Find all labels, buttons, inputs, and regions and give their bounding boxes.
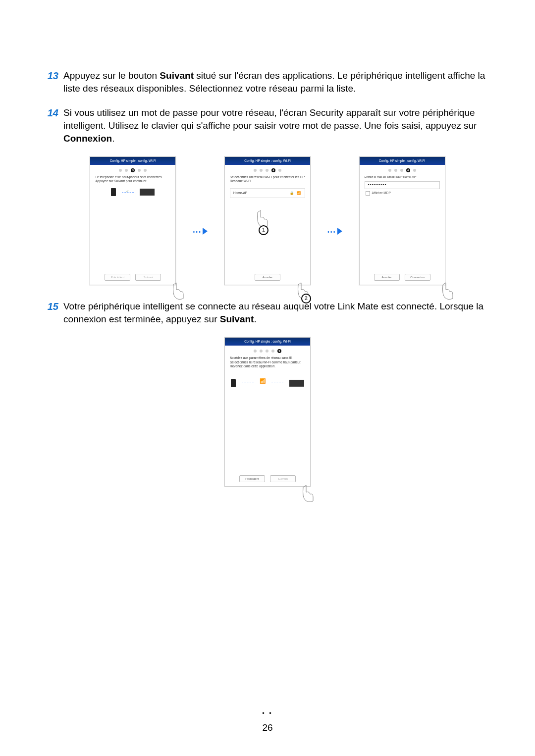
password-input[interactable]: •••••••••• <box>365 181 440 189</box>
password-prompt: Entrez le mot de passe pour 'Home-AP' <box>360 175 445 179</box>
dot-active-icon: 4 <box>406 168 410 172</box>
text: Si vous utilisez un mot de passe pour vo… <box>63 107 477 131</box>
screen-description: Accédez aux paramètres de réseau sans fi… <box>225 356 310 368</box>
text: . <box>112 133 114 144</box>
next-button[interactable]: Suivant <box>270 475 296 482</box>
page-number: • • 26 <box>0 709 535 734</box>
screens-row-14: Config. HP simple : config. Wi-Fi 3 Le t… <box>35 156 500 285</box>
lock-icon: 🔒 <box>290 191 295 195</box>
dot-icon <box>413 169 416 172</box>
screen-title: Config. HP simple : config. Wi-Fi <box>360 157 445 165</box>
next-button[interactable]: Suivant <box>135 274 161 281</box>
progress-dots: 3 <box>90 169 175 172</box>
dot-active-icon: 5 <box>277 349 281 353</box>
step-number: 14 <box>35 106 63 145</box>
screen-title: Config. HP simple : config. Wi-Fi <box>225 157 310 165</box>
show-password-label: Afficher MDP <box>372 191 391 196</box>
screen-title: Config. HP simple : config. Wi-Fi <box>225 338 310 346</box>
dot-icon <box>394 169 397 172</box>
screen-description: Le téléphone et le haut-parleur sont con… <box>90 175 175 183</box>
dot-active-icon: 3 <box>131 168 135 172</box>
callout-1: 1 <box>259 225 268 235</box>
speaker-icon <box>289 380 304 387</box>
connect-button[interactable]: Connexion <box>405 274 430 281</box>
dot-icon <box>138 169 141 172</box>
step-number: 13 <box>35 69 63 95</box>
step-body: Votre périphérique intelligent se connec… <box>63 300 500 325</box>
dot-icon <box>388 169 391 172</box>
page-dots-icon: • • <box>262 709 273 717</box>
arrow-right-icon: ••• <box>327 224 342 237</box>
phone-icon <box>231 379 236 387</box>
cancel-button[interactable]: Annuler <box>255 274 280 281</box>
step-14: 14 Si vous utilisez un mot de passe pour… <box>35 106 500 145</box>
dot-icon <box>400 169 403 172</box>
bold: Suivant <box>220 314 254 324</box>
dot-icon <box>260 169 263 172</box>
progress-dots: 4 <box>360 169 445 172</box>
step-body: Si vous utilisez un mot de passe pour vo… <box>63 106 500 145</box>
page-number-value: 26 <box>262 722 272 733</box>
dot-icon <box>260 350 263 353</box>
show-password-checkbox[interactable]: Afficher MDP <box>366 191 439 196</box>
dot-icon <box>266 169 268 172</box>
screen-connected: Config. HP simple : config. Wi-Fi 3 Le t… <box>90 156 176 285</box>
screen-password: Config. HP simple : config. Wi-Fi 4 Entr… <box>359 156 445 285</box>
dot-icon <box>278 169 281 172</box>
dot-icon <box>144 169 147 172</box>
dot-icon <box>119 169 122 172</box>
screen-title: Config. HP simple : config. Wi-Fi <box>90 157 175 165</box>
dot-active-icon: 4 <box>271 168 275 172</box>
hand-pointer-icon <box>169 281 189 301</box>
step-15: 15 Votre périphérique intelligent se con… <box>35 300 500 325</box>
connection-illustration <box>90 188 175 196</box>
connection-line-icon <box>242 383 254 383</box>
bold: Connexion <box>63 133 112 144</box>
hand-pointer-icon <box>299 483 319 503</box>
step-number: 15 <box>35 300 63 325</box>
speaker-icon <box>140 189 155 196</box>
screen-go-settings: Config. HP simple : config. Wi-Fi 5 Accé… <box>224 337 311 487</box>
previous-button[interactable]: Précédent <box>239 475 265 482</box>
wifi-name: Home-AP <box>233 191 247 196</box>
connection-line-icon <box>271 383 283 383</box>
connection-line-icon <box>122 192 134 193</box>
text: Appuyez sur le bouton <box>63 70 160 81</box>
hand-pointer-icon <box>439 281 459 301</box>
text: Votre périphérique intelligent se connec… <box>63 301 483 324</box>
dot-icon <box>271 350 274 353</box>
dot-icon <box>254 169 257 172</box>
dot-icon <box>266 350 268 353</box>
screen-description: Sélectionnez un réseau Wi-Fi pour connec… <box>225 175 310 183</box>
dot-icon <box>254 350 257 353</box>
wifi-network-item[interactable]: Home-AP 🔒 📶 <box>230 188 305 198</box>
previous-button[interactable]: Précédent <box>105 274 130 281</box>
phone-icon <box>111 188 116 196</box>
cancel-button[interactable]: Annuler <box>374 274 400 281</box>
screens-row-15: Config. HP simple : config. Wi-Fi 5 Accé… <box>35 337 500 487</box>
wifi-icon: 📶 <box>297 191 302 195</box>
text: . <box>254 314 256 324</box>
dot-icon <box>125 169 128 172</box>
progress-dots: 4 <box>225 169 310 172</box>
wifi-icon: 📶 <box>260 378 266 385</box>
step-body: Appuyez sur le bouton Suivant situé sur … <box>63 69 500 95</box>
step-13: 13 Appuyez sur le bouton Suivant situé s… <box>35 69 500 95</box>
checkbox-icon <box>366 191 370 196</box>
screen-wifi-list: Config. HP simple : config. Wi-Fi 4 Séle… <box>224 156 311 285</box>
progress-dots: 5 <box>225 350 310 353</box>
connection-illustration: 📶 <box>225 379 310 387</box>
bold: Suivant <box>160 70 194 81</box>
arrow-right-icon: ••• <box>193 224 208 237</box>
